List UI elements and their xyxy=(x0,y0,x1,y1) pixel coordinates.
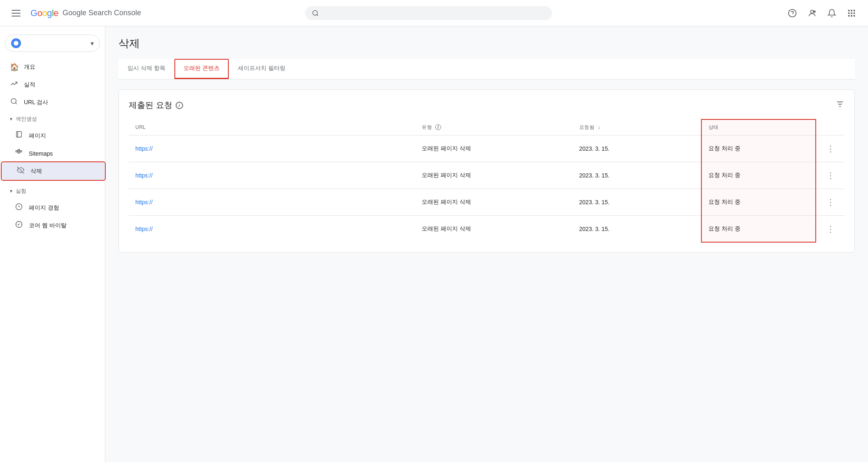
svg-rect-12 xyxy=(848,15,850,16)
card-title: 제출된 요청 i xyxy=(129,100,183,111)
cell-requested: 2023. 3. 15. xyxy=(573,189,701,216)
sidebar-item-sitemaps[interactable]: Sitemaps xyxy=(0,145,100,162)
col-requested[interactable]: 요청됨 ↓ xyxy=(573,119,701,135)
page-experience-icon xyxy=(15,203,23,212)
more-options-button[interactable]: ⋮ xyxy=(823,196,838,209)
cell-requested: 2023. 3. 15. xyxy=(573,162,701,189)
property-selector[interactable]: ▾ xyxy=(5,35,100,52)
cell-type: 오래된 페이지 삭제 xyxy=(415,216,573,243)
svg-line-1 xyxy=(317,14,318,16)
col-url: URL xyxy=(129,119,415,135)
svg-line-26 xyxy=(20,150,21,151)
cell-url: https:// xyxy=(129,189,415,216)
col-type: 유형 i xyxy=(415,119,573,135)
cell-status: 요청 처리 중 xyxy=(701,216,816,243)
sidebar: ▾ 🏠 개요 실적 URL 검사 ▾ xyxy=(0,26,105,462)
section-label: 실험 xyxy=(16,187,26,195)
cell-type: 오래된 페이지 삭제 xyxy=(415,189,573,216)
pages-icon xyxy=(15,131,23,140)
card-title-text: 제출된 요청 xyxy=(129,100,172,111)
sidebar-item-overview[interactable]: 🏠 개요 xyxy=(0,58,100,76)
sidebar-item-label: 페이지 경험 xyxy=(29,204,59,212)
svg-line-24 xyxy=(17,150,18,151)
sidebar-item-pages[interactable]: 페이지 xyxy=(0,127,100,145)
sidebar-item-label: Sitemaps xyxy=(29,150,53,157)
sidebar-item-performance[interactable]: 실적 xyxy=(0,76,100,93)
svg-rect-22 xyxy=(18,152,20,154)
account-button[interactable] xyxy=(804,5,820,21)
cell-more[interactable]: ⋮ xyxy=(816,135,845,162)
section-experience[interactable]: ▾ 실험 xyxy=(0,183,105,199)
sidebar-item-label: 코어 웹 바이탈 xyxy=(29,222,67,229)
svg-rect-19 xyxy=(18,132,21,138)
google-wordmark: Google xyxy=(30,8,58,19)
sidebar-item-url-inspection[interactable]: URL 검사 xyxy=(0,93,100,111)
svg-rect-20 xyxy=(16,151,18,152)
cell-more[interactable]: ⋮ xyxy=(816,216,845,243)
menu-button[interactable] xyxy=(8,7,24,20)
search-icon xyxy=(312,9,319,17)
sitemaps-icon xyxy=(15,149,23,158)
help-button[interactable] xyxy=(784,5,801,21)
bell-icon xyxy=(827,9,836,18)
cell-status: 요청 처리 중 xyxy=(701,189,816,216)
table-row: https:// 오래된 페이지 삭제 2023. 3. 15. 요청 처리 중… xyxy=(129,162,845,189)
account-icon xyxy=(808,9,817,18)
cell-requested: 2023. 3. 15. xyxy=(573,216,701,243)
more-options-button[interactable]: ⋮ xyxy=(823,142,838,155)
content-card: 제출된 요청 i URL xyxy=(118,89,855,253)
col-type-info[interactable]: i xyxy=(435,124,441,130)
notifications-button[interactable] xyxy=(824,5,840,21)
more-options-button[interactable]: ⋮ xyxy=(823,222,838,236)
header-search xyxy=(305,6,552,20)
svg-rect-9 xyxy=(848,12,850,14)
cell-type: 오래된 페이지 삭제 xyxy=(415,162,573,189)
svg-point-16 xyxy=(11,98,16,103)
tab-outdated-content[interactable]: 오래된 콘텐츠 xyxy=(174,59,229,79)
cell-requested: 2023. 3. 15. xyxy=(573,135,701,162)
sidebar-item-label: 실적 xyxy=(24,81,35,89)
tab-safesearch[interactable]: 세이프서치 필터링 xyxy=(229,59,295,79)
tabs-bar: 임시 삭제 항목 오래된 콘텐츠 세이프서치 필터링 xyxy=(118,59,855,79)
cell-more[interactable]: ⋮ xyxy=(816,162,845,189)
sidebar-item-removals[interactable]: 삭제 xyxy=(2,162,105,180)
col-actions xyxy=(816,119,845,135)
svg-line-27 xyxy=(20,151,21,152)
help-icon xyxy=(788,9,797,18)
app-header: Google Google Search Console xyxy=(0,0,868,26)
svg-rect-10 xyxy=(851,12,852,14)
search-bar[interactable] xyxy=(305,6,552,20)
svg-line-25 xyxy=(17,151,18,152)
cell-url: https:// xyxy=(129,216,415,243)
performance-icon xyxy=(10,80,18,89)
search-input[interactable] xyxy=(322,9,545,16)
section-arrow: ▾ xyxy=(10,188,12,194)
section-indexing[interactable]: ▾ 색인생성 xyxy=(0,111,105,127)
page-title: 삭제 xyxy=(118,36,855,51)
core-web-vitals-icon xyxy=(15,221,23,230)
svg-point-4 xyxy=(810,10,813,13)
apps-icon xyxy=(847,9,856,18)
svg-point-0 xyxy=(313,10,317,15)
cell-url: https:// xyxy=(129,135,415,162)
main-content: 삭제 임시 삭제 항목 오래된 콘텐츠 세이프서치 필터링 제출된 요청 i xyxy=(105,26,868,462)
property-icon xyxy=(11,38,21,48)
more-options-button[interactable]: ⋮ xyxy=(823,169,838,182)
header-left: Google Google Search Console xyxy=(8,7,189,20)
sidebar-item-label: 개요 xyxy=(24,63,35,71)
app-logo: Google Google Search Console xyxy=(30,8,141,19)
filter-button[interactable] xyxy=(836,100,845,111)
svg-line-17 xyxy=(15,103,16,104)
removals-icon xyxy=(16,166,25,176)
search-nav-icon xyxy=(10,98,18,107)
cell-status: 요청 처리 중 xyxy=(701,162,816,189)
requests-table: URL 유형 i 요청됨 ↓ 상태 xyxy=(129,119,845,243)
info-icon-button[interactable]: i xyxy=(176,102,183,109)
svg-rect-11 xyxy=(854,12,855,14)
tab-temp-removal[interactable]: 임시 삭제 항목 xyxy=(118,59,174,79)
apps-button[interactable] xyxy=(843,5,860,21)
app-name: Google Search Console xyxy=(63,9,141,17)
cell-more[interactable]: ⋮ xyxy=(816,189,845,216)
sidebar-item-core-web-vitals[interactable]: 코어 웹 바이탈 xyxy=(0,217,100,234)
sidebar-item-page-experience[interactable]: 페이지 경험 xyxy=(0,199,100,217)
